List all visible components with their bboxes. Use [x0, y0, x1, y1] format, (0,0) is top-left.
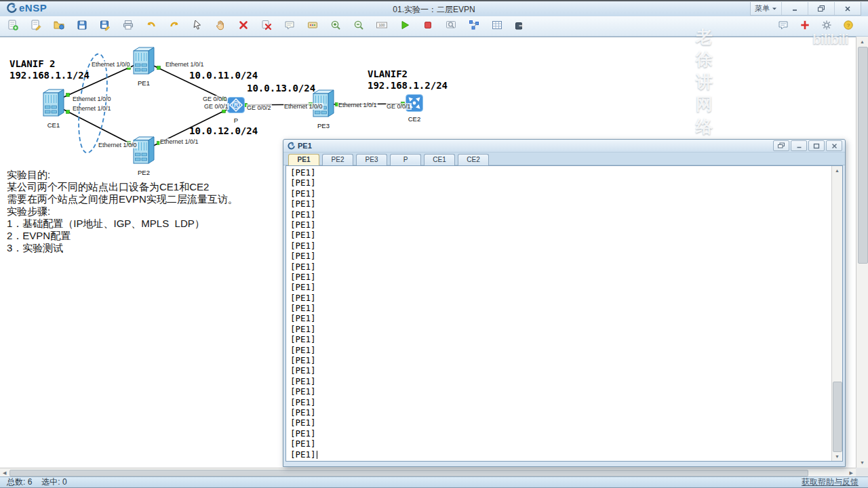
save-button[interactable]	[73, 18, 91, 35]
status-total: 总数: 6	[7, 476, 32, 488]
save-icon	[76, 19, 88, 34]
redo-button[interactable]	[165, 18, 183, 35]
port-label: Ethernet 1/0/1	[338, 102, 378, 108]
menu-button[interactable]: 菜单	[751, 2, 781, 15]
zoom-out-button[interactable]	[350, 18, 368, 35]
start-button[interactable]	[396, 18, 414, 35]
port-label: Ethernet 1/0/1	[165, 61, 205, 68]
terminal-line: [PE1]	[290, 449, 830, 460]
terminal-prompt: [PE1]	[290, 345, 316, 355]
minimize-icon	[796, 143, 802, 149]
terminal-tab-pe1[interactable]: PE1	[288, 154, 319, 166]
terminal-tab-bar: PE1PE2PE3PCE1CE2	[283, 152, 845, 165]
topology-button[interactable]	[465, 18, 483, 35]
port-label: GE 0/0/1	[203, 103, 229, 110]
stop-button[interactable]	[419, 18, 437, 35]
device-ce1[interactable]: CE1	[32, 88, 75, 129]
scroll-up-icon[interactable]: ▲	[860, 39, 865, 44]
feedback-icon	[799, 19, 811, 34]
terminal-scroll-thumb[interactable]	[833, 382, 842, 452]
terminal-prompt: [PE1]	[290, 209, 316, 220]
terminal-tab-ce2[interactable]: CE2	[458, 154, 489, 166]
terminal-prompt: [PE1]	[290, 282, 316, 292]
device-list-button[interactable]	[488, 18, 506, 35]
pan-button[interactable]	[212, 18, 229, 35]
settings-icon	[821, 19, 833, 34]
terminal-output[interactable]: [PE1][PE1][PE1][PE1][PE1][PE1][PE1][PE1]…	[285, 165, 843, 462]
palette-icon	[307, 19, 319, 34]
terminal-prompt: [PE1]	[290, 167, 316, 178]
horizontal-scroll-thumb[interactable]	[9, 470, 808, 476]
device-label: PE3	[302, 122, 345, 129]
terminal-prompt: [PE1]	[290, 397, 316, 407]
toolbar-left-group: 100	[4, 18, 534, 35]
canvas-horizontal-scrollbar[interactable]: ◀ ▶	[0, 468, 856, 476]
settings-button[interactable]	[818, 18, 835, 35]
terminal-line: [PE1]	[290, 418, 830, 428]
help-feedback-link[interactable]: 获取帮助与反馈	[802, 476, 859, 488]
ensp-icon	[287, 142, 295, 150]
terminal-prompt: [PE1]	[290, 293, 316, 303]
scroll-down-icon[interactable]: ▼	[835, 454, 840, 459]
scroll-right-icon[interactable]: ▶	[850, 470, 853, 475]
terminal-line: [PE1]	[290, 303, 830, 313]
terminal-prompt: [PE1]	[290, 386, 316, 396]
select-button[interactable]	[189, 18, 206, 35]
network-label: 192.168.1.2/24	[368, 80, 448, 91]
forum-button[interactable]	[774, 18, 792, 35]
terminal-tab-p[interactable]: P	[390, 154, 421, 166]
svg-text:R: R	[234, 102, 238, 108]
packet-capture-button[interactable]	[442, 18, 460, 35]
window-title: 01.实验一：二层EVPN	[393, 4, 475, 16]
status-selected: 选中: 0	[41, 476, 66, 488]
svg-text:?: ?	[847, 22, 850, 28]
terminal-scrollbar[interactable]: ▲ ▼	[831, 166, 842, 461]
feedback-button[interactable]	[796, 18, 814, 35]
print-button[interactable]	[119, 18, 137, 35]
terminal-prompt: [PE1]	[290, 376, 316, 386]
terminal-tab-pe3[interactable]: PE3	[356, 154, 387, 166]
restore-button[interactable]	[808, 2, 834, 15]
delete-all-button[interactable]	[258, 18, 275, 35]
export-button[interactable]	[511, 18, 529, 35]
actual-size-button[interactable]: 100	[373, 18, 391, 35]
new-topology-button[interactable]	[4, 18, 22, 35]
port-label: Ethernet 1/0/0	[72, 96, 112, 102]
palette-button[interactable]	[304, 18, 321, 35]
terminal-prompt: [PE1]	[290, 272, 316, 282]
vertical-scroll-thumb[interactable]	[858, 47, 868, 264]
terminal-line: [PE1]	[290, 188, 830, 199]
terminal-title-bar[interactable]: PE1	[283, 140, 845, 152]
scroll-left-icon[interactable]: ◀	[3, 470, 6, 475]
canvas-vertical-scrollbar[interactable]: ▲ ▼	[856, 37, 868, 468]
undo-button[interactable]	[142, 18, 160, 35]
scroll-down-icon[interactable]: ▼	[860, 460, 865, 465]
terminal-line: [PE1]	[290, 251, 830, 261]
open-button[interactable]	[50, 18, 68, 35]
terminal-tab-pe2[interactable]: PE2	[322, 154, 353, 166]
terminal-prompt: [PE1]	[290, 262, 316, 272]
scroll-up-icon[interactable]: ▲	[835, 168, 840, 173]
new-testcase-button[interactable]	[27, 18, 45, 35]
close-button[interactable]	[834, 2, 861, 15]
comment-button[interactable]	[281, 18, 298, 35]
terminal-prompt: [PE1]	[290, 251, 316, 261]
select-icon	[191, 19, 203, 34]
delete-button[interactable]	[235, 18, 252, 35]
terminal-tab-ce1[interactable]: CE1	[424, 154, 455, 166]
terminal-minimize-button[interactable]	[791, 140, 807, 151]
terminal-line: [PE1]	[290, 365, 830, 375]
delete-icon	[237, 19, 250, 34]
terminal-maximize-button[interactable]	[808, 140, 825, 151]
zoom-in-button[interactable]	[327, 18, 344, 35]
device-list-icon	[491, 19, 503, 34]
terminal-window: PE1	[283, 139, 846, 467]
about-button[interactable]: ?	[840, 18, 857, 35]
terminal-close-button[interactable]	[826, 140, 842, 151]
terminal-line: [PE1]	[290, 355, 830, 365]
save-as-button[interactable]	[96, 18, 114, 35]
network-label: VLANIF 2	[9, 58, 55, 69]
terminal-prompt: [PE1]	[290, 428, 316, 439]
terminal-detach-button[interactable]	[773, 140, 789, 151]
minimize-button[interactable]	[781, 2, 808, 15]
